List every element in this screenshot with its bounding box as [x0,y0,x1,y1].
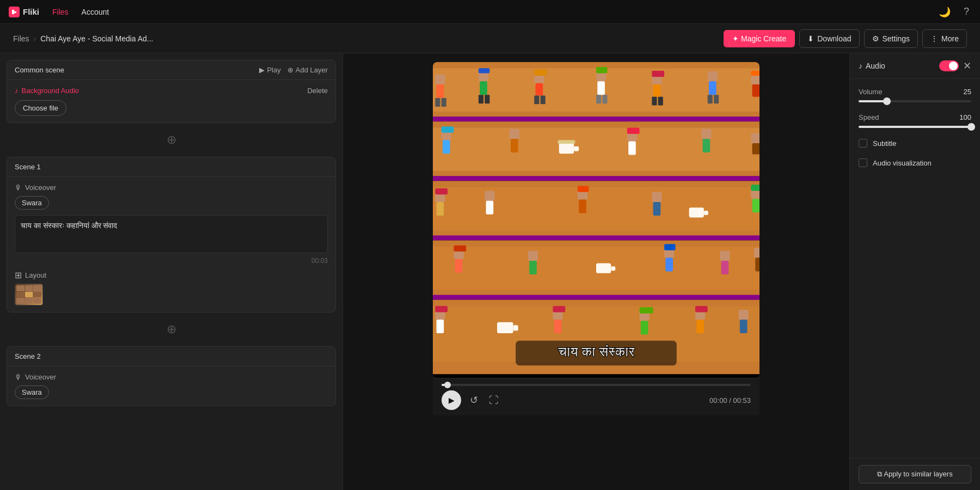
close-panel-button[interactable]: ✕ [963,60,971,72]
svg-rect-24 [653,84,661,97]
main-layout: Common scene ▶ Play ⊕ Add Layer ♪ [0,53,980,490]
common-scene-title: Common scene [15,66,64,74]
choose-file-button[interactable]: Choose file [15,100,66,116]
svg-rect-74 [454,246,466,252]
common-scene-content: ♪ Background Audio Delete Choose file [7,80,335,122]
svg-rect-46 [627,128,640,134]
svg-rect-78 [596,264,611,273]
svg-rect-27 [708,71,718,81]
svg-rect-83 [720,251,730,261]
help-button[interactable]: ? [961,4,971,20]
volume-handle[interactable] [883,97,891,105]
scene2-content: 🎙 Voiceover Swara [7,366,335,406]
apply-similar-button[interactable]: ⧉ Apply to similar layers [859,465,971,483]
video-content: चाय का संस्कार [433,62,759,378]
video-pixel-art: चाय का संस्कार [433,62,759,378]
background-audio-text: Background Audio [22,87,79,95]
voiceover-label-2: Voiceover [25,373,56,381]
settings-button[interactable]: ⚙ Settings [864,29,918,48]
audio-toggle[interactable] [939,60,959,71]
voiceover-label: Voiceover [25,183,56,192]
volume-slider[interactable] [859,100,971,102]
delete-audio-button[interactable]: Delete [307,87,328,95]
panel-header-actions: ✕ [939,60,971,72]
nav-files-link[interactable]: Files [52,8,69,16]
add-scene-divider-2: ⊕ [0,319,342,340]
scene1-layout-thumb[interactable] [15,284,43,305]
scene2-header: Scene 2 [7,347,335,366]
center-panel: चाय का संस्कार ▶ ↺ ⛶ 00:00 / 00:53 [343,53,849,490]
magic-create-button[interactable]: ✦ Magic Create [724,30,795,47]
progress-handle[interactable] [444,382,451,388]
svg-rect-8 [479,68,489,73]
svg-rect-6 [442,98,446,107]
add-scene-button-2[interactable]: ⊕ [167,323,176,335]
video-controls: ▶ ↺ ⛶ 00:00 / 00:53 [433,378,759,415]
breadcrumb-files[interactable]: Files [13,34,29,43]
svg-rect-64 [653,202,661,216]
right-panel-content: Volume 25 Speed 100 [850,79,980,458]
svg-rect-72 [433,295,759,300]
svg-rect-76 [528,251,538,261]
svg-rect-104 [740,320,748,333]
speed-label-row: Speed 100 [859,113,971,121]
subtitle-checkbox[interactable] [859,139,867,148]
svg-rect-92 [497,322,513,333]
nav-logo-text: Fliki [23,7,39,16]
play-button[interactable]: ▶ Play [259,66,280,74]
svg-rect-68 [751,185,759,191]
svg-rect-81 [664,244,675,250]
svg-rect-9 [480,81,487,95]
more-button[interactable]: ⋮ More [922,29,967,48]
download-icon: ⬇ [807,34,814,43]
scene1-time: 00:03 [15,257,328,265]
svg-rect-98 [640,307,653,313]
scene1-voice-pill[interactable]: Swara [15,196,49,210]
right-panel-footer: ⧉ Apply to similar layers [850,458,980,490]
svg-rect-99 [641,321,648,334]
speed-control: Speed 100 [859,113,971,128]
volume-label: Volume [859,88,882,96]
fullscreen-button[interactable]: ⛶ [487,393,501,408]
download-button[interactable]: ⬇ Download [799,29,859,48]
breadcrumb: Files › Chai Aye Aye - Social Media Ad..… [13,34,154,43]
sub-header: Files › Chai Aye Aye - Social Media Ad..… [0,24,980,53]
scene1-voiceover-row: 🎙 Voiceover [15,183,328,192]
voiceover-icon: 🎙 [15,183,22,192]
svg-rect-54 [433,235,759,240]
add-scene-button-1[interactable]: ⊕ [167,134,176,146]
theme-toggle-button[interactable]: 🌙 [936,4,953,20]
speed-slider[interactable] [859,126,971,128]
play-pause-button[interactable]: ▶ [442,390,461,410]
add-layer-button[interactable]: ⊕ Add Layer [287,66,328,74]
layout-cell-7 [16,298,24,304]
svg-rect-91 [437,320,444,333]
svg-rect-13 [534,70,547,76]
background-audio-row: ♪ Background Audio Delete [15,87,328,95]
audio-viz-checkbox[interactable] [859,158,867,167]
subtitle-checkbox-item[interactable]: Subtitle [859,139,971,148]
add-layer-icon: ⊕ [287,66,293,74]
nav-logo: Fliki [9,7,39,17]
more-label: More [941,34,959,43]
speed-label: Speed [859,113,879,121]
svg-rect-3 [435,75,445,84]
svg-rect-66 [704,211,708,215]
svg-rect-85 [754,248,759,258]
audio-viz-checkbox-item[interactable]: Audio visualization [859,158,971,167]
play-icon: ▶ [259,66,265,74]
nav-account-link[interactable]: Account [82,8,109,16]
layout-cell-8 [25,298,33,304]
scene1-textarea[interactable]: चाय का संस्कारः कहानियां और संवाद [15,215,328,253]
svg-rect-48 [701,129,711,139]
svg-rect-63 [652,192,661,202]
add-layer-label: Add Layer [296,66,328,74]
scene2-voiceover-row: 🎙 Voiceover [15,373,328,381]
speed-handle[interactable] [967,123,975,131]
top-nav: Fliki Files Account 🌙 ? [0,0,980,24]
layout-cell-5 [25,292,33,298]
scene2-section: Scene 2 🎙 Voiceover Swara [7,346,336,406]
progress-bar[interactable] [442,384,751,386]
scene2-voice-pill[interactable]: Swara [15,385,49,399]
replay-button[interactable]: ↺ [468,392,480,408]
